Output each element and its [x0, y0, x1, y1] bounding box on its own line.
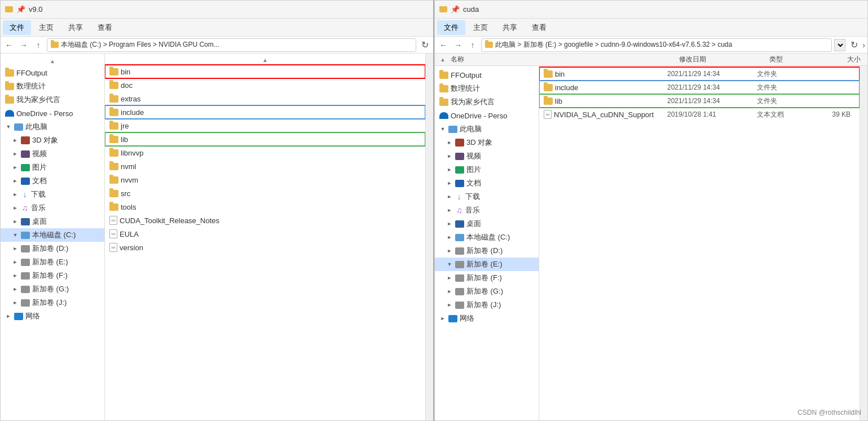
right-forward-btn[interactable]: →: [452, 39, 464, 51]
left-nav-e-drive[interactable]: ► 新加卷 (E:): [1, 255, 104, 269]
left-nav-3d[interactable]: ► 3D 对象: [1, 134, 104, 147]
right-col-type[interactable]: 类型: [769, 55, 826, 64]
right-nav-computer[interactable]: ▼ 此电脑: [435, 122, 539, 136]
left-ribbon: 文件 主页 共享 查看: [1, 19, 433, 37]
left-tab-home[interactable]: 主页: [32, 20, 60, 35]
left-scrollbar[interactable]: [425, 54, 433, 420]
left-nav-j-drive[interactable]: ► 新加卷 (J:): [1, 296, 104, 309]
right-tab-file[interactable]: 文件: [437, 20, 465, 35]
right-nav-ffoutput[interactable]: FFOutput: [435, 68, 539, 82]
left-nav-f-drive[interactable]: ► 新加卷 (F:): [1, 269, 104, 282]
left-file-jre[interactable]: jre: [105, 119, 425, 132]
right-nav-doc[interactable]: ► 文档: [435, 176, 539, 190]
left-eula-name: EULA: [120, 230, 421, 238]
left-nav-ffoutput[interactable]: FFOutput: [1, 66, 104, 79]
left-nav-network[interactable]: ► 网络: [1, 309, 104, 323]
left-j-icon: [21, 299, 30, 307]
right-file-nvidia-sla[interactable]: txt NVIDIA_SLA_cuDNN_Support 2019/10/28 …: [539, 108, 860, 121]
right-nav-video[interactable]: ► 视频: [435, 149, 539, 163]
right-address-dropdown[interactable]: [834, 39, 845, 51]
right-nav-wowei[interactable]: 我为家乡代言: [435, 95, 539, 109]
right-back-btn[interactable]: ←: [437, 39, 450, 51]
left-file-include[interactable]: include: [105, 105, 425, 119]
right-tab-view[interactable]: 查看: [525, 20, 553, 35]
left-nav-onedrive[interactable]: OneDrive - Perso: [1, 107, 104, 120]
right-nav-network[interactable]: ► 网络: [435, 312, 539, 325]
left-address-path[interactable]: 本地磁盘 (C:) > Program Files > NVIDIA GPU C…: [47, 38, 416, 52]
left-file-tools[interactable]: tools: [105, 200, 425, 214]
right-nav-image[interactable]: ► 图片: [435, 163, 539, 176]
left-forward-btn[interactable]: →: [17, 39, 30, 51]
right-file-include[interactable]: include 2021/11/29 14:34 文件夹: [539, 81, 860, 94]
right-nav-doc-label: 文档: [466, 178, 481, 188]
left-nav-doc[interactable]: ► 文档: [1, 174, 104, 188]
left-nav-desktop[interactable]: ► 桌面: [1, 215, 104, 228]
left-file-libnvvp[interactable]: libnvvp: [105, 146, 425, 159]
left-up-btn[interactable]: ↑: [32, 39, 45, 51]
right-nav-e-drive[interactable]: ▼ 新加卷 (E:): [435, 258, 539, 271]
left-file-src[interactable]: src: [105, 187, 425, 200]
right-address-path[interactable]: 此电脑 > 新加卷 (E:) > googlefile > cudnn-9.0-…: [481, 38, 832, 52]
right-nav-c-label: 本地磁盘 (C:): [466, 232, 510, 242]
right-file-lib[interactable]: lib 2021/11/29 14:34 文件夹: [539, 94, 860, 108]
right-scrollbar[interactable]: [860, 66, 867, 420]
left-tab-view[interactable]: 查看: [91, 20, 119, 35]
left-file-bin[interactable]: bin: [105, 65, 425, 78]
left-file-cuda-notes[interactable]: txt CUDA_Toolkit_Release_Notes: [105, 214, 425, 227]
left-address-bar: ← → ↑ 本地磁盘 (C:) > Program Files > NVIDIA…: [1, 37, 433, 54]
right-nav-desktop[interactable]: ► 桌面: [435, 217, 539, 231]
right-tab-share[interactable]: 共享: [496, 20, 524, 35]
left-src-icon: [109, 190, 118, 197]
right-tab-home[interactable]: 主页: [466, 20, 495, 35]
left-nav-wowei[interactable]: 我为家乡代言: [1, 93, 104, 107]
left-nav-music[interactable]: ► ♫ 音乐: [1, 201, 104, 215]
right-nav-c-drive[interactable]: ► 本地磁盘 (C:): [435, 231, 539, 244]
left-tab-file[interactable]: 文件: [3, 20, 31, 35]
right-up-btn[interactable]: ↑: [466, 39, 479, 51]
left-file-doc[interactable]: doc: [105, 78, 425, 92]
right-nav-f-drive[interactable]: ► 新加卷 (F:): [435, 271, 539, 285]
left-file-lib[interactable]: lib: [105, 132, 425, 146]
left-tab-share[interactable]: 共享: [61, 20, 90, 35]
left-back-btn[interactable]: ←: [3, 39, 15, 51]
right-video-expand: ►: [446, 153, 453, 159]
right-nav-j-drive[interactable]: ► 新加卷 (J:): [435, 298, 539, 312]
left-nav-c-drive[interactable]: ▼ 本地磁盘 (C:): [1, 228, 104, 242]
left-nav-g-drive[interactable]: ► 新加卷 (G:): [1, 282, 104, 296]
left-nav-image[interactable]: ► 图片: [1, 161, 104, 174]
right-file-bin[interactable]: bin 2021/11/29 14:34 文件夹: [539, 67, 860, 81]
right-nav-music[interactable]: ► ♫ 音乐: [435, 203, 539, 217]
left-tools-name: tools: [121, 203, 421, 211]
left-f-expand: ►: [12, 272, 19, 279]
right-expand-btn[interactable]: ›: [862, 41, 865, 50]
left-title-text: v9.0: [29, 5, 43, 14]
left-file-eula[interactable]: txt EULA: [105, 227, 425, 241]
left-desktop-icon: [21, 218, 30, 225]
left-file-sort-arrow: ▲: [262, 57, 268, 63]
right-col-name[interactable]: 名称: [448, 55, 679, 64]
left-cuda-notes-icon: txt: [109, 216, 117, 225]
left-net-icon: [14, 313, 23, 320]
right-col-date[interactable]: 修改日期: [679, 55, 769, 64]
right-doc-expand: ►: [446, 180, 453, 187]
right-nav-3d[interactable]: ► 3D 对象: [435, 136, 539, 149]
left-nav-video[interactable]: ► 视频: [1, 147, 104, 161]
left-file-nvml[interactable]: nvml: [105, 159, 425, 173]
right-nav-j-label: 新加卷 (J:): [466, 300, 501, 310]
right-col-size[interactable]: 大小: [826, 55, 865, 64]
left-file-version[interactable]: txt version: [105, 241, 425, 254]
right-nav-download[interactable]: ► ↓ 下载: [435, 190, 539, 203]
left-nav-shuli[interactable]: 数理统计: [1, 79, 104, 93]
left-file-nvvm[interactable]: nvvm: [105, 173, 425, 187]
right-nav-g-drive[interactable]: ► 新加卷 (G:): [435, 285, 539, 298]
left-nav-download[interactable]: ► ↓ 下载: [1, 188, 104, 201]
right-nav-d-drive[interactable]: ► 新加卷 (D:): [435, 244, 539, 258]
right-nav-shuli[interactable]: 数理统计: [435, 82, 539, 95]
left-nav-computer[interactable]: ▼ 此电脑: [1, 120, 104, 134]
left-refresh-btn[interactable]: ↻: [418, 39, 431, 51]
left-cuda-notes-name: CUDA_Toolkit_Release_Notes: [120, 216, 421, 225]
right-nav-onedrive[interactable]: OneDrive - Perso: [435, 109, 539, 122]
left-nav-d-drive[interactable]: ► 新加卷 (D:): [1, 242, 104, 255]
left-file-extras[interactable]: extras: [105, 92, 425, 105]
right-refresh-btn[interactable]: ↻: [848, 39, 860, 51]
